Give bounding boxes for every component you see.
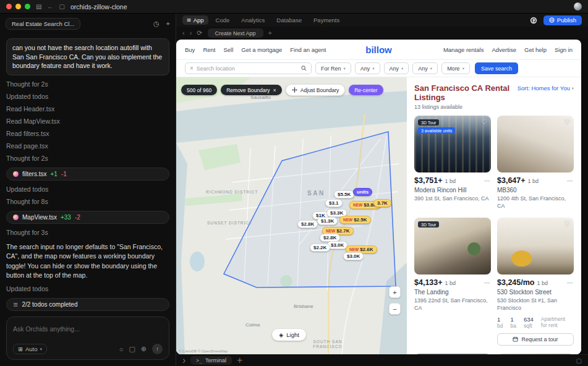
map-price-marker[interactable]: $2.8K [297,220,318,228]
nav-advertise[interactable]: Advertise [492,46,516,53]
map-price-marker[interactable]: $1.3K [317,217,338,225]
card-menu-icon[interactable]: ⋯ [484,177,491,184]
history-icon[interactable]: ◷ [153,20,160,28]
map-units-marker[interactable]: units [353,188,372,196]
recenter-button[interactable]: Re-center [349,85,383,95]
file-edit-pill[interactable]: MapView.tsx +33 -2 [6,211,169,224]
listing-card[interactable]: 3D Tour ♡ [414,354,491,354]
tab-payments[interactable]: Payments [309,15,344,25]
map-price-marker[interactable]: 3.7K [373,199,391,207]
attach-icon[interactable]: ⊕ [141,345,147,353]
model-selector[interactable]: ⊞ Auto ▾ [13,344,47,354]
todos-completed-pill[interactable]: ≣ 2/2 todos completed [6,298,169,311]
map-view[interactable]: 500 of 960 Remove Boundary × Adjust Boun… [176,77,407,354]
search-input[interactable] [197,66,298,72]
listing-card[interactable]: 3D Tour ♡ $4,133+ 1 bd ⋯ The Land [414,218,491,312]
chevron-icon[interactable]: › [182,355,185,366]
chat-tab[interactable]: Real Estate Search Cl... [6,18,80,30]
listing-photo[interactable]: 3D Tour 3 available units ♡ [414,116,491,172]
site-logo[interactable]: billow [365,45,392,55]
nav-sell[interactable]: Sell [223,46,233,53]
traffic-lights[interactable] [6,4,30,9]
map-price-marker[interactable]: $3.0K [343,252,364,260]
back-icon[interactable]: ← [47,4,53,10]
favorite-icon[interactable]: ♡ [481,220,487,228]
sidebar-toggle-icon[interactable]: ▤ [36,4,41,10]
sort-dropdown[interactable]: Sort: Homes for You ▾ [518,85,574,92]
filter-beds[interactable]: Any▾ [384,62,409,74]
log-thought[interactable]: Thought for 2s [6,155,169,162]
forward-icon[interactable]: › [190,30,192,36]
nav-mortgage[interactable]: Get a mortgage [241,46,282,53]
map-price-marker[interactable]: $3.0K [327,241,347,249]
new-terminal-icon[interactable]: + [237,355,242,366]
zoom-out-button[interactable]: − [389,303,401,315]
listing-card[interactable]: ♡ [497,354,574,354]
maximize-window-icon[interactable] [25,4,30,9]
tab-code[interactable]: Code [211,15,234,25]
github-icon[interactable] [530,17,537,24]
voice-icon[interactable]: ○ [119,346,124,353]
tab-analytics[interactable]: Analytics [237,15,269,25]
listing-photo[interactable]: 3D Tour ♡ [414,218,491,274]
minimize-window-icon[interactable] [15,4,21,9]
chat-input[interactable] [13,325,163,333]
listing-photo[interactable]: ♡ [497,218,574,274]
nav-sign-in[interactable]: Sign in [555,46,573,53]
location-searchbox[interactable]: × [185,62,312,74]
log-thought[interactable]: Thought for 8s [6,198,169,205]
panel-toggle-icon[interactable]: ▢ [576,357,582,364]
terminal-tab[interactable]: >_ Terminal [190,356,232,365]
screenshot-icon[interactable]: ▢ [129,345,135,353]
request-tour-button[interactable]: Request a tour [497,333,574,346]
nav-get-help[interactable]: Get help [524,46,547,53]
preview-tab[interactable]: Create Next App [208,28,263,38]
listing-photo[interactable]: 3D Tour ♡ [414,354,491,354]
send-button[interactable]: ↑ [152,344,163,354]
favorite-icon[interactable]: ♡ [564,220,570,228]
tab-app[interactable]: ⊞ App [182,15,208,25]
new-chat-button[interactable]: + [166,20,170,28]
file-edit-pill[interactable]: filters.tsx +1 -1 [6,168,169,181]
card-menu-icon[interactable]: ⋯ [567,279,574,286]
tabs-icon[interactable]: ▢ [59,4,64,10]
filter-price[interactable]: Any▾ [355,62,380,74]
map-price-marker[interactable]: $5.5K [334,190,354,198]
chat-composer[interactable]: ⊞ Auto ▾ ○ ▢ ⊕ ↑ [6,317,169,360]
listing-photo[interactable]: ♡ [497,116,574,172]
map-price-marker[interactable]: $3.1 [325,199,343,207]
filter-more[interactable]: More▾ [441,62,470,74]
log-thought[interactable]: Thought for 2s [6,80,169,88]
favorite-icon[interactable]: ♡ [564,118,570,126]
refresh-icon[interactable]: ⟳ [197,30,202,36]
map-price-marker[interactable]: NEW$2.5K [339,216,371,224]
close-icon[interactable]: × [273,87,276,93]
log-thought[interactable]: Thought for 3s [6,229,169,236]
filter-for-rent[interactable]: For Ren▾ [315,62,351,74]
new-tab-icon[interactable]: + [268,30,272,36]
card-menu-icon[interactable]: ⋯ [484,279,491,286]
remove-boundary-button[interactable]: Remove Boundary × [221,85,282,95]
nav-agent[interactable]: Find an agent [290,46,326,53]
listing-photo[interactable]: ♡ [497,354,574,354]
map-style-toggle[interactable]: ◈ Light [272,329,306,341]
nav-buy[interactable]: Buy [185,46,195,53]
favorite-icon[interactable]: ♡ [481,118,487,126]
zoom-in-button[interactable]: + [389,286,401,298]
clear-search-icon[interactable]: × [190,65,194,72]
nav-rent[interactable]: Rent [203,46,215,53]
user-avatar[interactable] [574,2,582,11]
listing-card[interactable]: ♡ $3,647+ 1 bd ⋯ MB360 1200 4th St, San … [497,116,574,210]
adjust-boundary-button[interactable]: Adjust Boundary [286,84,345,96]
search-icon[interactable] [301,66,307,71]
map-price-marker[interactable]: $2.2K [310,244,330,252]
nav-manage-rentals[interactable]: Manage rentals [443,46,484,53]
filter-type[interactable]: Any▾ [412,62,438,74]
save-search-button[interactable]: Save search [475,62,518,74]
publish-button[interactable]: Publish [543,15,582,25]
back-icon[interactable]: ‹ [182,30,185,36]
listing-card[interactable]: ♡ $3,245/mo 1 bd ⋯ 530 Stockton Street 5… [497,218,574,345]
card-menu-icon[interactable]: ⋯ [567,177,574,184]
tab-database[interactable]: Database [272,15,306,25]
close-window-icon[interactable] [6,4,12,9]
